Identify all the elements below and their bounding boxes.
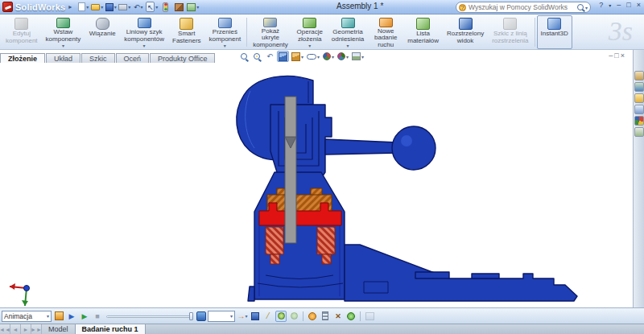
ribbon-button-liniowy-szyk[interactable]: Liniowy szyk komponentów ▾: [120, 15, 168, 49]
save-button[interactable]: ▾: [105, 2, 117, 13]
calculate-icon: [55, 311, 64, 320]
ribbon-button-przenies-komponent[interactable]: Przenieś komponent ▾: [205, 15, 246, 49]
view-orientation-button[interactable]: [277, 51, 289, 62]
chevron-down-icon: ▾: [114, 4, 117, 10]
search-icon[interactable]: [577, 4, 584, 10]
ribbon-label: Edytuj komponent: [6, 31, 38, 44]
play-button[interactable]: ▶: [79, 311, 90, 322]
chevron-down-icon: ▾: [62, 43, 64, 48]
restore-button[interactable]: □: [625, 1, 632, 9]
options-button[interactable]: ▾: [187, 2, 199, 13]
previous-view-button[interactable]: ↶: [264, 51, 275, 62]
toolbar-separator: [360, 311, 361, 321]
view-settings-button[interactable]: ▾: [351, 51, 365, 62]
motor-button[interactable]: [307, 311, 318, 322]
ribbon-button-szkic-z-linia[interactable]: Szkic z linią rozstrzelenia: [488, 15, 532, 49]
ribbon-button-wstaw-komponenty[interactable]: Wstaw komponenty ▾: [42, 15, 85, 49]
contact-button[interactable]: ✕: [332, 311, 344, 322]
save-animation-icon: [251, 312, 259, 320]
chevron-down-icon: ▾: [346, 54, 349, 60]
chevron-down-icon: ▾: [86, 4, 89, 10]
ribbon-label: Lista materiałów: [407, 31, 439, 44]
timeline-zoom-slider[interactable]: [106, 312, 193, 320]
wizard-icon: ⁄: [267, 311, 269, 320]
doc-restore-button[interactable]: □: [614, 52, 620, 60]
tab-scroll-last-button[interactable]: ►►: [31, 324, 42, 334]
apply-scene-button[interactable]: ▾: [336, 51, 349, 62]
graphics-viewport[interactable]: Y: [0, 63, 633, 307]
zoom-fit-icon: [241, 53, 247, 60]
menu-expand-icon[interactable]: ▸: [68, 3, 72, 10]
close-button[interactable]: ×: [635, 1, 642, 9]
zoom-to-area-button[interactable]: [251, 51, 262, 62]
calculate-button[interactable]: [53, 311, 64, 322]
edit-appearance-button[interactable]: ▾: [322, 51, 335, 62]
save-animation-button[interactable]: [250, 311, 261, 322]
undo-button[interactable]: ↶▾: [132, 2, 144, 13]
ribbon-button-rozstrzelony-widok[interactable]: Rozstrzelony widok: [443, 15, 488, 49]
play-from-start-button[interactable]: ▶: [66, 311, 77, 322]
appearances-scenes-icon[interactable]: [634, 116, 644, 126]
search-input[interactable]: [469, 3, 576, 11]
doc-close-button[interactable]: ×: [621, 52, 626, 60]
tab-scroll-next-button[interactable]: ►: [21, 324, 31, 334]
chevron-down-icon[interactable]: ▾: [607, 2, 613, 8]
ribbon-button-smart-fasteners[interactable]: Smart Fasteners: [168, 15, 205, 49]
swatch-icon: [175, 3, 184, 11]
chevron-down-icon: ▾: [301, 54, 303, 60]
add-key-button[interactable]: [288, 311, 299, 322]
ribbon-button-wiazanie[interactable]: Wiązanie: [85, 15, 120, 49]
tab-badanie-ruchu-1[interactable]: Badanie ruchu 1: [76, 324, 146, 334]
ribbon-button-edytuj-komponent[interactable]: Edytuj komponent: [2, 15, 42, 49]
spring-icon: [322, 311, 328, 320]
rebuild-button[interactable]: [159, 2, 171, 13]
bill-of-materials-icon: [416, 18, 430, 30]
minimize-button[interactable]: ‒: [615, 1, 622, 9]
spring-button[interactable]: [320, 311, 331, 322]
custom-properties-icon[interactable]: [634, 127, 644, 137]
playback-speed-select[interactable]: ▾: [208, 311, 235, 322]
ribbon-button-geometria-odniesienia[interactable]: Geometria odniesienia ▾: [328, 15, 368, 49]
hide-show-items-button[interactable]: ▾: [306, 51, 320, 62]
view-palette-icon[interactable]: [634, 105, 644, 114]
view-orientation-icon: [279, 52, 287, 61]
appearance-swatch-button[interactable]: [173, 2, 185, 13]
tab-model[interactable]: Model: [42, 324, 76, 334]
ribbon-button-instant3d[interactable]: Instant3D: [537, 15, 572, 49]
display-style-button[interactable]: ▾: [291, 51, 304, 62]
ribbon-button-lista-materialow[interactable]: Lista materiałów: [403, 15, 443, 49]
tab-scroll-prev-button[interactable]: ◄: [10, 324, 21, 334]
ribbon-button-nowe-badanie-ruchu[interactable]: Nowe badanie ruchu: [368, 15, 403, 49]
open-button[interactable]: ▾: [91, 2, 103, 13]
ribbon-button-operacje-zlozenia[interactable]: Operacje złożenia ▾: [292, 15, 328, 49]
zoom-to-fit-button[interactable]: [238, 51, 250, 62]
stop-button[interactable]: ■: [92, 311, 103, 322]
playback-mode-button[interactable]: → ▾: [237, 311, 248, 322]
help-button[interactable]: ?: [597, 1, 605, 9]
new-document-button[interactable]: ▾: [77, 2, 89, 13]
select-tool-button[interactable]: ↖▾: [146, 2, 158, 13]
file-explorer-icon[interactable]: [634, 93, 644, 103]
cursor-arrow-icon: ↖: [147, 3, 154, 11]
chevron-down-icon[interactable]: ▾: [585, 5, 588, 10]
results-plots-button[interactable]: [364, 311, 375, 322]
ribbon-button-pokaz-ukryte[interactable]: Pokaż ukryte komponenty: [249, 15, 292, 49]
appearance-ball-icon: [323, 52, 331, 60]
study-type-select[interactable]: Animacja ▾: [2, 311, 52, 322]
autokey-button[interactable]: [275, 311, 287, 322]
scene-ball-icon: [337, 52, 345, 60]
solidworks-resources-icon[interactable]: [634, 71, 644, 80]
help-search-box[interactable]: ? ▾: [456, 2, 591, 13]
task-pane-strip: [633, 50, 644, 324]
model-3d[interactable]: Y: [0, 63, 633, 307]
heads-up-view-toolbar: ↶ ▾ ▾ ▾ ▾ ▾: [238, 51, 365, 62]
slider-thumb[interactable]: [189, 312, 193, 320]
print-button[interactable]: ▾: [118, 2, 130, 13]
gravity-button[interactable]: [345, 311, 357, 322]
design-library-icon[interactable]: [634, 82, 644, 92]
tab-scroll-first-button[interactable]: ◄◄: [0, 324, 10, 334]
animation-wizard-button[interactable]: ⁄: [262, 311, 274, 322]
zoom-area-icon: [254, 53, 260, 60]
open-folder-icon: [91, 4, 100, 10]
chevron-down-icon: ▾: [317, 54, 320, 60]
